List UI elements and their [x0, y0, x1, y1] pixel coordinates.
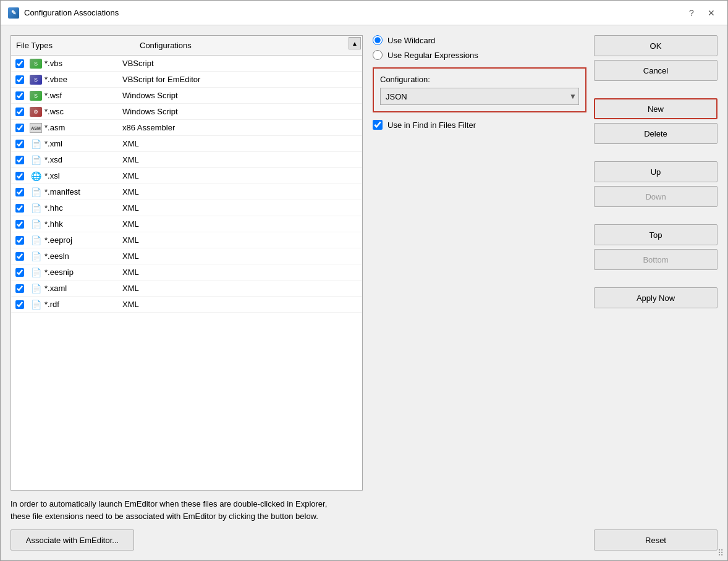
- table-row[interactable]: S *.wsf Windows Script: [11, 88, 362, 104]
- row-checkbox[interactable]: [15, 156, 24, 164]
- row-checkbox[interactable]: [15, 220, 24, 229]
- row-checkbox[interactable]: [15, 108, 24, 116]
- regex-option[interactable]: Use Regular Expressions: [373, 50, 586, 60]
- titlebar: ✎ Configuration Associations ? ✕: [1, 1, 727, 25]
- titlebar-controls: ? ✕: [683, 4, 720, 22]
- row-config: XML: [117, 171, 362, 180]
- table-row[interactable]: 📄 *.xml XML: [11, 136, 362, 152]
- table-row[interactable]: 📄 *.rdf XML: [11, 297, 362, 313]
- row-icon: ASM: [28, 122, 43, 134]
- row-checkbox[interactable]: [15, 236, 24, 245]
- table-row[interactable]: S *.vbs VBScript: [11, 56, 362, 72]
- titlebar-left: ✎ Configuration Associations: [8, 7, 119, 19]
- right-panel: Use Wildcard Use Regular Expressions Con…: [373, 35, 717, 491]
- row-config: XML: [117, 203, 362, 213]
- row-icon: 📄: [28, 250, 43, 263]
- help-button[interactable]: ?: [683, 4, 700, 22]
- row-checkbox[interactable]: [15, 59, 24, 68]
- row-extension: *.manifest: [43, 187, 117, 196]
- row-config: XML: [117, 235, 362, 245]
- cancel-button[interactable]: Cancel: [594, 60, 717, 81]
- row-icon: 📄: [28, 202, 43, 214]
- resize-handle[interactable]: ⠿: [717, 548, 724, 558]
- row-checkbox[interactable]: [15, 91, 24, 100]
- row-config: XML: [117, 268, 362, 277]
- dialog-content: File Types Configurations ▲ S *.vbs VBSc…: [1, 25, 727, 560]
- associate-button[interactable]: Associate with EmEditor...: [11, 529, 134, 550]
- row-checkbox[interactable]: [15, 172, 24, 180]
- row-checkbox-cell: [11, 188, 28, 196]
- spacer-3: [594, 211, 717, 221]
- options-panel: Use Wildcard Use Regular Expressions Con…: [373, 35, 586, 491]
- row-extension: *.wsc: [43, 107, 117, 116]
- config-section: Configuration: JSON XML VBScript CSS HTM…: [373, 67, 586, 112]
- config-select[interactable]: JSON XML VBScript CSS HTML C++: [380, 88, 579, 105]
- row-checkbox[interactable]: [15, 300, 24, 309]
- find-filter-checkbox[interactable]: [373, 120, 383, 130]
- wildcard-option[interactable]: Use Wildcard: [373, 35, 586, 45]
- table-row[interactable]: 📄 *.xaml XML: [11, 280, 362, 297]
- wildcard-label: Use Wildcard: [387, 36, 435, 45]
- file-list-panel: File Types Configurations ▲ S *.vbs VBSc…: [11, 35, 363, 491]
- row-config: XML: [117, 187, 362, 196]
- row-checkbox[interactable]: [15, 140, 24, 148]
- row-checkbox[interactable]: [15, 75, 24, 84]
- ok-button[interactable]: OK: [594, 35, 717, 56]
- row-checkbox[interactable]: [15, 252, 24, 261]
- row-extension: *.vbs: [43, 59, 117, 68]
- table-row[interactable]: S *.vbee VBScript for EmEditor: [11, 72, 362, 88]
- row-extension: *.eeproj: [43, 235, 117, 245]
- row-checkbox[interactable]: [15, 284, 24, 293]
- wildcard-radio[interactable]: [373, 35, 383, 45]
- row-checkbox[interactable]: [15, 188, 24, 196]
- regex-radio[interactable]: [373, 50, 383, 60]
- table-row[interactable]: 📄 *.eesnip XML: [11, 264, 362, 280]
- down-button[interactable]: Down: [594, 186, 717, 207]
- up-button[interactable]: Up: [594, 161, 717, 182]
- row-config: XML: [117, 219, 362, 229]
- find-filter-label: Use in Find in Files Filter: [387, 120, 476, 130]
- bottom-button[interactable]: Bottom: [594, 249, 717, 270]
- row-checkbox-cell: [11, 220, 28, 229]
- row-config: XML: [117, 300, 362, 309]
- top-button[interactable]: Top: [594, 224, 717, 245]
- delete-button[interactable]: Delete: [594, 123, 717, 144]
- config-select-wrapper: JSON XML VBScript CSS HTML C++ ▼: [380, 88, 579, 105]
- row-checkbox[interactable]: [15, 204, 24, 213]
- row-icon: 📄: [28, 154, 43, 166]
- row-icon: ⚙: [28, 106, 43, 118]
- spacer-1: [594, 85, 717, 95]
- file-list-body[interactable]: S *.vbs VBScript S *.vbee VBScript for E…: [11, 56, 362, 490]
- header-file-types: File Types: [11, 38, 135, 53]
- table-row[interactable]: ASM *.asm x86 Assembler: [11, 120, 362, 136]
- row-extension: *.xsl: [43, 171, 117, 180]
- row-checkbox-cell: [11, 140, 28, 148]
- table-row[interactable]: 📄 *.hhk XML: [11, 216, 362, 232]
- app-icon: ✎: [8, 7, 19, 19]
- radio-group: Use Wildcard Use Regular Expressions: [373, 35, 586, 60]
- config-label: Configuration:: [380, 75, 579, 84]
- table-row[interactable]: ⚙ *.wsc Windows Script: [11, 104, 362, 120]
- table-row[interactable]: 📄 *.xsd XML: [11, 152, 362, 168]
- reset-button[interactable]: Reset: [594, 529, 717, 550]
- find-filter-option[interactable]: Use in Find in Files Filter: [373, 120, 586, 130]
- row-icon: 📄: [28, 218, 43, 230]
- row-icon: S: [28, 74, 43, 86]
- close-button[interactable]: ✕: [703, 4, 720, 22]
- new-button[interactable]: New: [594, 98, 717, 119]
- row-config: XML: [117, 284, 362, 293]
- row-extension: *.asm: [43, 123, 117, 132]
- row-icon: 🌐: [28, 170, 43, 182]
- table-row[interactable]: 📄 *.hhc XML: [11, 200, 362, 216]
- table-row[interactable]: 📄 *.eeproj XML: [11, 232, 362, 248]
- table-row[interactable]: 📄 *.manifest XML: [11, 184, 362, 200]
- file-list-container: File Types Configurations ▲ S *.vbs VBSc…: [11, 35, 363, 491]
- apply-now-button[interactable]: Apply Now: [594, 287, 717, 308]
- row-config: VBScript: [117, 59, 362, 68]
- row-extension: *.eesnip: [43, 268, 117, 277]
- table-row[interactable]: 📄 *.eesln XML: [11, 248, 362, 264]
- table-row[interactable]: 🌐 *.xsl XML: [11, 168, 362, 184]
- scroll-up-header-btn[interactable]: ▲: [349, 37, 361, 49]
- row-checkbox[interactable]: [15, 268, 24, 277]
- row-checkbox[interactable]: [15, 124, 24, 132]
